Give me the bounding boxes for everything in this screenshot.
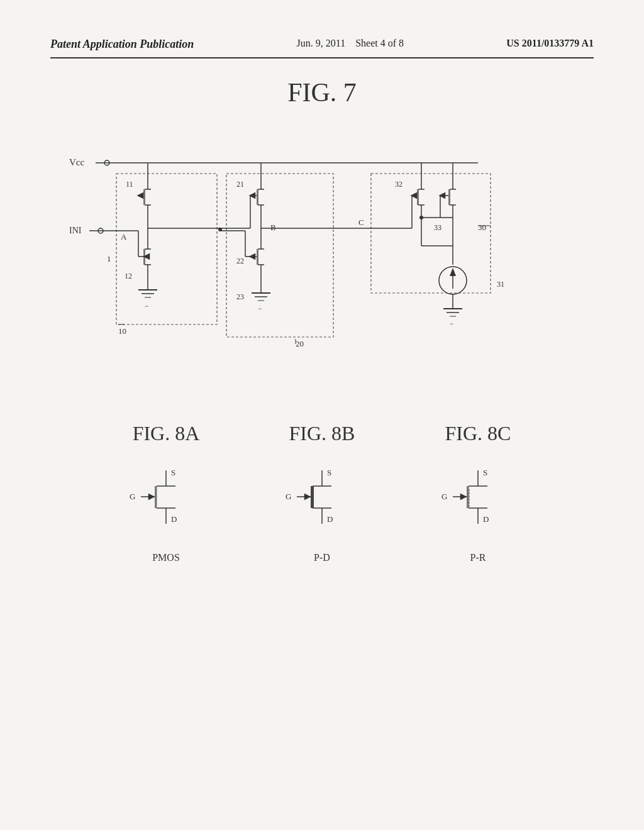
current-source-arrow [450,268,456,276]
fig7-title: FIG. 7 [50,77,594,108]
fig8c-title: FIG. 8C [445,422,511,445]
label-a: A [121,232,127,241]
label-32: 32 [395,180,402,189]
svg-rect-5 [226,174,333,337]
svg-point-52 [218,228,222,231]
svg-rect-68 [448,189,450,205]
label-31: 31 [497,280,504,289]
fig8b-label: P-D [314,552,330,563]
label-23: 23 [236,292,244,301]
sheet-info: Sheet 4 of 8 [355,38,404,48]
svg-rect-60 [417,189,419,205]
svg-text:D: D [483,514,489,524]
fig8a-title: FIG. 8A [133,422,200,445]
svg-text:G: G [130,492,135,501]
fig8a-svg: S D G [116,464,216,546]
label-b: B [270,223,276,232]
label-21: 21 [236,180,244,189]
fig7-diagram: Vcc 10 20 30 INI [50,120,594,384]
label-12: 12 [125,272,132,280]
svg-text:⫠: ⫠ [448,319,455,326]
svg-text:D: D [171,514,177,524]
fig8a-container: FIG. 8A S D G [116,422,216,563]
vcc-label: Vcc [69,157,84,167]
svg-marker-94 [148,494,155,500]
svg-text:D: D [327,514,333,524]
label-10: 10 [118,326,126,336]
label-11: 11 [126,180,133,189]
svg-rect-89 [155,486,157,508]
fig8c-label: P-R [470,552,486,563]
svg-text:G: G [441,492,447,501]
svg-text:⫠: ⫠ [143,301,150,309]
patent-number: US 2011/0133779 A1 [506,38,594,49]
fig8c-container: FIG. 8C S D G P-R [428,422,528,563]
label-30: 30 [478,223,486,232]
svg-rect-17 [143,189,145,205]
pmos-arrow-11 [137,192,143,199]
fig8b-container: FIG. 8B S D G P-D [272,422,372,563]
label-22: 22 [236,257,244,265]
label-1: 1 [107,254,111,263]
svg-rect-3 [116,174,217,324]
publication-label: Patent Application Publication [50,38,194,51]
label-33: 33 [434,223,441,232]
fig7-svg: Vcc 10 20 30 INI [50,120,591,378]
date-sheet: Jun. 9, 2011 Sheet 4 of 8 [297,38,404,49]
ini-label: INI [69,226,82,235]
svg-rect-35 [257,189,258,205]
svg-text:G: G [286,492,291,501]
svg-text:S: S [483,468,487,477]
svg-text:S: S [327,468,331,477]
svg-marker-115 [460,494,467,500]
svg-rect-109 [467,486,469,508]
svg-rect-99 [311,486,314,508]
svg-rect-43 [257,249,258,265]
svg-text:⫠: ⫠ [257,304,264,311]
pub-date: Jun. 9, 2011 [297,38,346,48]
fig8b-svg: S D G [272,464,372,546]
fig8a-label: PMOS [152,552,180,563]
fig8c-svg: S D G [428,464,528,546]
label-20: 20 [296,339,304,348]
fig8b-title: FIG. 8B [289,422,355,445]
svg-point-74 [419,216,423,219]
page-header: Patent Application Publication Jun. 9, 2… [50,38,594,58]
label-c: C [358,218,364,227]
svg-marker-104 [304,494,311,500]
svg-text:S: S [171,468,175,477]
page: Patent Application Publication Jun. 9, 2… [0,0,644,830]
svg-rect-7 [371,174,491,293]
